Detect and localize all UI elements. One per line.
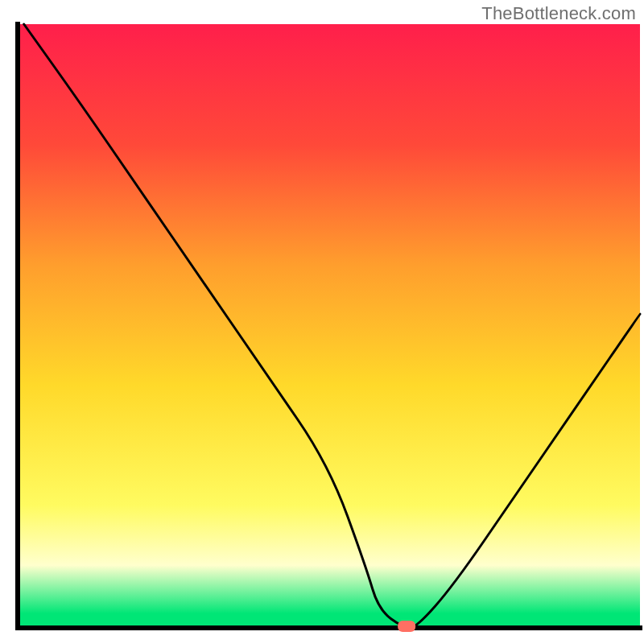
gradient-background: [20, 24, 640, 625]
bottleneck-chart: TheBottleneck.com: [0, 0, 644, 644]
watermark-label: TheBottleneck.com: [481, 3, 636, 24]
chart-svg: [0, 0, 644, 644]
optimum-marker: [398, 621, 415, 632]
